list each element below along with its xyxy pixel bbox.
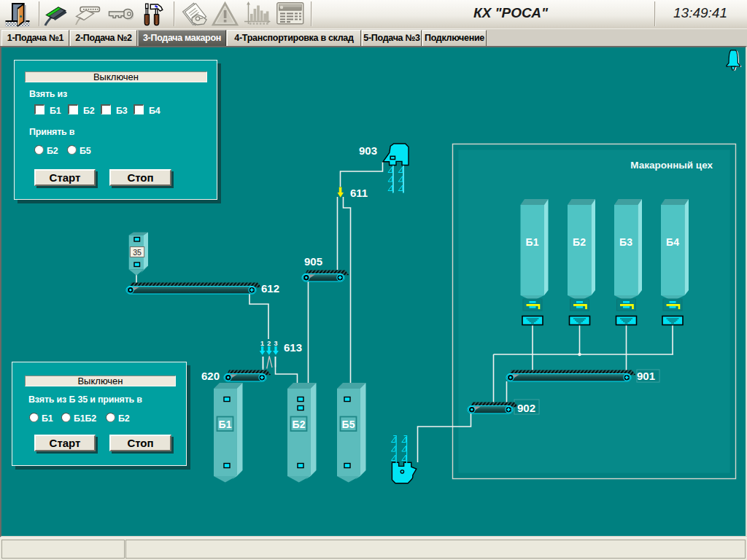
svg-text:1: 1 [260, 340, 264, 347]
svg-text:Б2: Б2 [573, 236, 586, 248]
svg-text:3: 3 [274, 340, 277, 347]
svg-text:902: 902 [517, 402, 535, 414]
svg-text:613: 613 [284, 341, 302, 354]
svg-text:35: 35 [133, 248, 142, 257]
svg-text:Б1: Б1 [219, 419, 232, 430]
svg-text:611: 611 [350, 187, 368, 199]
svg-text:901: 901 [637, 370, 655, 382]
svg-text:903: 903 [359, 144, 377, 157]
svg-text:2: 2 [267, 340, 271, 347]
svg-text:Б1: Б1 [526, 236, 539, 248]
svg-text:Макаронный цех: Макаронный цех [630, 160, 713, 171]
svg-text:620: 620 [201, 370, 220, 382]
svg-text:Б4: Б4 [666, 236, 679, 248]
svg-text:Б2: Б2 [293, 419, 306, 430]
svg-text:612: 612 [261, 282, 279, 295]
svg-text:Б3: Б3 [619, 236, 632, 248]
svg-text:Б5: Б5 [342, 419, 355, 430]
svg-text:905: 905 [304, 255, 322, 268]
